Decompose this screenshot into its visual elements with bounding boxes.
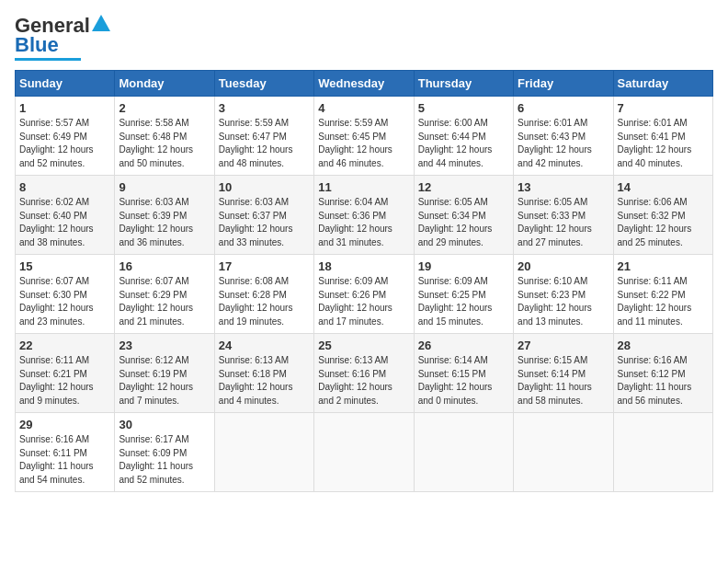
- calendar-week-row: 22Sunrise: 6:11 AMSunset: 6:21 PMDayligh…: [16, 334, 713, 413]
- calendar-week-row: 15Sunrise: 6:07 AMSunset: 6:30 PMDayligh…: [16, 255, 713, 334]
- day-info: Sunrise: 6:13 AMSunset: 6:18 PMDaylight:…: [219, 354, 310, 408]
- day-number: 12: [418, 180, 509, 194]
- day-info: Sunrise: 5:59 AMSunset: 6:45 PMDaylight:…: [318, 117, 409, 170]
- weekday-header: Friday: [514, 71, 613, 97]
- calendar-cell: 18Sunrise: 6:09 AMSunset: 6:26 PMDayligh…: [314, 255, 414, 334]
- day-info: Sunrise: 6:07 AMSunset: 6:29 PMDaylight:…: [119, 275, 210, 328]
- day-number: 21: [618, 259, 709, 273]
- day-info: Sunrise: 6:05 AMSunset: 6:34 PMDaylight:…: [418, 196, 509, 249]
- calendar-cell: [514, 413, 613, 492]
- calendar-cell: 2Sunrise: 5:58 AMSunset: 6:48 PMDaylight…: [115, 97, 214, 176]
- day-number: 14: [618, 180, 709, 194]
- calendar-cell: 14Sunrise: 6:06 AMSunset: 6:32 PMDayligh…: [613, 176, 712, 255]
- calendar-cell: 23Sunrise: 6:12 AMSunset: 6:19 PMDayligh…: [115, 334, 214, 413]
- calendar-cell: 19Sunrise: 6:09 AMSunset: 6:25 PMDayligh…: [414, 255, 513, 334]
- day-number: 23: [119, 339, 210, 352]
- calendar-cell: 28Sunrise: 6:16 AMSunset: 6:12 PMDayligh…: [613, 334, 712, 413]
- day-info: Sunrise: 6:11 AMSunset: 6:22 PMDaylight:…: [618, 275, 709, 328]
- calendar-cell: 5Sunrise: 6:00 AMSunset: 6:44 PMDaylight…: [414, 97, 513, 176]
- day-info: Sunrise: 6:03 AMSunset: 6:39 PMDaylight:…: [119, 196, 210, 249]
- day-number: 24: [219, 339, 310, 352]
- calendar-cell: 6Sunrise: 6:01 AMSunset: 6:43 PMDaylight…: [514, 97, 613, 176]
- weekday-header: Tuesday: [214, 71, 313, 97]
- logo-underline: [15, 58, 81, 61]
- calendar-cell: [214, 413, 313, 492]
- calendar-cell: 15Sunrise: 6:07 AMSunset: 6:30 PMDayligh…: [16, 255, 115, 334]
- calendar-week-row: 8Sunrise: 6:02 AMSunset: 6:40 PMDaylight…: [16, 176, 713, 255]
- day-info: Sunrise: 6:12 AMSunset: 6:19 PMDaylight:…: [119, 354, 210, 408]
- day-number: 13: [518, 180, 609, 194]
- day-info: Sunrise: 6:10 AMSunset: 6:23 PMDaylight:…: [518, 275, 609, 328]
- day-info: Sunrise: 6:01 AMSunset: 6:43 PMDaylight:…: [518, 117, 609, 170]
- day-number: 11: [318, 180, 409, 194]
- day-info: Sunrise: 6:16 AMSunset: 6:12 PMDaylight:…: [618, 354, 709, 408]
- calendar-cell: [314, 413, 414, 492]
- calendar-cell: 10Sunrise: 6:03 AMSunset: 6:37 PMDayligh…: [214, 176, 313, 255]
- calendar-cell: 17Sunrise: 6:08 AMSunset: 6:28 PMDayligh…: [214, 255, 313, 334]
- day-number: 18: [318, 259, 409, 273]
- calendar-cell: 11Sunrise: 6:04 AMSunset: 6:36 PMDayligh…: [314, 176, 414, 255]
- calendar-week-row: 1Sunrise: 5:57 AMSunset: 6:49 PMDaylight…: [16, 97, 713, 176]
- day-info: Sunrise: 6:06 AMSunset: 6:32 PMDaylight:…: [618, 196, 709, 249]
- calendar-cell: 29Sunrise: 6:16 AMSunset: 6:11 PMDayligh…: [16, 413, 115, 492]
- day-number: 26: [418, 339, 509, 352]
- day-number: 27: [518, 339, 609, 352]
- day-number: 7: [618, 101, 709, 115]
- day-number: 28: [618, 339, 709, 352]
- weekday-header: Monday: [115, 71, 214, 97]
- day-info: Sunrise: 6:11 AMSunset: 6:21 PMDaylight:…: [19, 354, 110, 408]
- calendar-cell: 7Sunrise: 6:01 AMSunset: 6:41 PMDaylight…: [613, 97, 712, 176]
- day-info: Sunrise: 6:13 AMSunset: 6:16 PMDaylight:…: [318, 354, 409, 408]
- calendar-cell: 12Sunrise: 6:05 AMSunset: 6:34 PMDayligh…: [414, 176, 513, 255]
- day-info: Sunrise: 5:59 AMSunset: 6:47 PMDaylight:…: [219, 117, 310, 170]
- day-number: 22: [19, 339, 110, 352]
- calendar-cell: 27Sunrise: 6:15 AMSunset: 6:14 PMDayligh…: [514, 334, 613, 413]
- logo: General Blue: [15, 15, 110, 61]
- calendar-header-row: SundayMondayTuesdayWednesdayThursdayFrid…: [16, 71, 713, 97]
- day-number: 16: [119, 259, 210, 273]
- weekday-header: Thursday: [414, 71, 513, 97]
- day-number: 3: [219, 101, 310, 115]
- calendar-cell: 13Sunrise: 6:05 AMSunset: 6:33 PMDayligh…: [514, 176, 613, 255]
- day-number: 8: [19, 180, 110, 194]
- day-info: Sunrise: 6:07 AMSunset: 6:30 PMDaylight:…: [19, 275, 110, 328]
- day-number: 9: [119, 180, 210, 194]
- calendar-cell: [613, 413, 712, 492]
- calendar-cell: 8Sunrise: 6:02 AMSunset: 6:40 PMDaylight…: [16, 176, 115, 255]
- calendar-cell: 9Sunrise: 6:03 AMSunset: 6:39 PMDaylight…: [115, 176, 214, 255]
- calendar-cell: 21Sunrise: 6:11 AMSunset: 6:22 PMDayligh…: [613, 255, 712, 334]
- day-number: 5: [418, 101, 509, 115]
- calendar-cell: 26Sunrise: 6:14 AMSunset: 6:15 PMDayligh…: [414, 334, 513, 413]
- day-number: 20: [518, 259, 609, 273]
- day-number: 19: [418, 259, 509, 273]
- day-number: 10: [219, 180, 310, 194]
- calendar-cell: 4Sunrise: 5:59 AMSunset: 6:45 PMDaylight…: [314, 97, 414, 176]
- day-info: Sunrise: 6:05 AMSunset: 6:33 PMDaylight:…: [518, 196, 609, 249]
- weekday-header: Sunday: [16, 71, 115, 97]
- day-number: 30: [119, 418, 210, 431]
- day-number: 1: [19, 101, 110, 115]
- calendar-cell: 20Sunrise: 6:10 AMSunset: 6:23 PMDayligh…: [514, 255, 613, 334]
- calendar-cell: 30Sunrise: 6:17 AMSunset: 6:09 PMDayligh…: [115, 413, 214, 492]
- day-info: Sunrise: 6:15 AMSunset: 6:14 PMDaylight:…: [518, 354, 609, 408]
- day-info: Sunrise: 6:09 AMSunset: 6:25 PMDaylight:…: [418, 275, 509, 328]
- day-info: Sunrise: 5:58 AMSunset: 6:48 PMDaylight:…: [119, 117, 210, 170]
- weekday-header: Saturday: [613, 71, 712, 97]
- calendar-cell: 1Sunrise: 5:57 AMSunset: 6:49 PMDaylight…: [16, 97, 115, 176]
- day-number: 25: [318, 339, 409, 352]
- day-info: Sunrise: 5:57 AMSunset: 6:49 PMDaylight:…: [19, 117, 110, 170]
- day-number: 29: [19, 418, 110, 431]
- calendar-week-row: 29Sunrise: 6:16 AMSunset: 6:11 PMDayligh…: [16, 413, 713, 492]
- day-number: 6: [518, 101, 609, 115]
- day-number: 17: [219, 259, 310, 273]
- logo-blue: Blue: [15, 33, 59, 57]
- calendar-table: SundayMondayTuesdayWednesdayThursdayFrid…: [15, 70, 713, 492]
- calendar-cell: 3Sunrise: 5:59 AMSunset: 6:47 PMDaylight…: [214, 97, 313, 176]
- day-info: Sunrise: 6:03 AMSunset: 6:37 PMDaylight:…: [219, 196, 310, 249]
- calendar-cell: 24Sunrise: 6:13 AMSunset: 6:18 PMDayligh…: [214, 334, 313, 413]
- day-info: Sunrise: 6:01 AMSunset: 6:41 PMDaylight:…: [618, 117, 709, 170]
- svg-marker-0: [92, 15, 110, 31]
- day-info: Sunrise: 6:14 AMSunset: 6:15 PMDaylight:…: [418, 354, 509, 408]
- day-info: Sunrise: 6:16 AMSunset: 6:11 PMDaylight:…: [19, 433, 110, 487]
- day-number: 15: [19, 259, 110, 273]
